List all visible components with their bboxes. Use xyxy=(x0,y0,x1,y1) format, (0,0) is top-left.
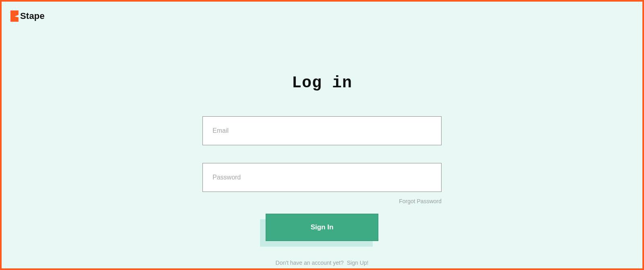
password-field-wrap xyxy=(202,163,442,192)
login-frame: Stape Log in Forgot Password Sign In Don… xyxy=(0,0,644,270)
signup-prompt: Don't have an account yet? xyxy=(276,260,344,266)
signin-button[interactable]: Sign In xyxy=(266,214,378,241)
signup-link[interactable]: Sign Up! xyxy=(347,260,369,266)
login-panel: Log in Forgot Password Sign In Don't hav… xyxy=(2,2,642,268)
email-field-wrap xyxy=(202,116,442,145)
email-input[interactable] xyxy=(213,127,431,134)
signup-row: Don't have an account yet? Sign Up! xyxy=(276,260,369,266)
signin-button-wrap: Sign In xyxy=(266,214,378,241)
password-input[interactable] xyxy=(213,174,431,181)
forgot-row: Forgot Password xyxy=(202,198,442,205)
forgot-password-link[interactable]: Forgot Password xyxy=(399,198,442,204)
page-title: Log in xyxy=(292,74,352,92)
